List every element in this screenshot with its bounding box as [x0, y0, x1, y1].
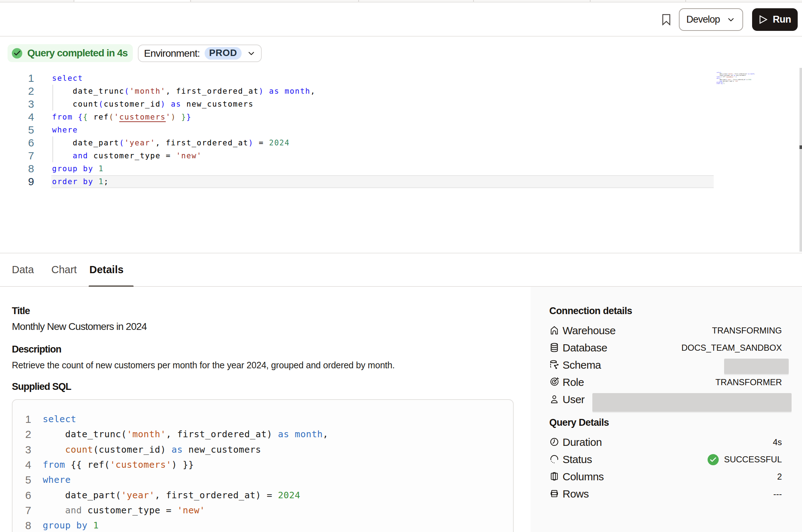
- detail-value: 2: [777, 468, 782, 485]
- code-line: from {{ ref('customers') }}: [43, 457, 194, 472]
- detail-row: User: [549, 391, 802, 408]
- status-icon: [549, 454, 560, 465]
- run-button-label: Run: [773, 14, 791, 25]
- code-line: date_part('year', first_ordered_at) = 20…: [43, 488, 300, 503]
- sql-line: 7 and customer_type = 'new': [13, 503, 512, 518]
- editor-line[interactable]: 1select: [0, 72, 802, 85]
- code-line: date_trunc('month', first_ordered_at) as…: [52, 85, 316, 98]
- editor-scrollbar-thumb[interactable]: [799, 145, 802, 149]
- code-line: where: [52, 123, 78, 136]
- editor-line[interactable]: 2 date_trunc('month', first_ordered_at) …: [0, 85, 802, 98]
- line-number: 8: [13, 518, 31, 532]
- tab-chart[interactable]: Chart: [51, 253, 77, 286]
- query-details-heading: Query Details: [549, 417, 609, 428]
- line-number: 3: [0, 98, 34, 111]
- detail-value: DOCS_TEAM_SANDBOX: [681, 339, 782, 356]
- bookmark-icon: [662, 14, 671, 25]
- editor-line[interactable]: 3 count(customer_id) as new_customers: [0, 98, 802, 111]
- detail-row: Columns2: [549, 468, 802, 485]
- sql-code-editor[interactable]: 1select2 date_trunc('month', first_order…: [0, 72, 802, 253]
- run-button[interactable]: Run: [752, 8, 798, 31]
- editor-line[interactable]: 6 date_part('year', first_ordered_at) = …: [0, 136, 802, 149]
- detail-row: Rows---: [549, 485, 802, 503]
- environment-selector[interactable]: Environment: PROD: [138, 45, 262, 62]
- editor-line[interactable]: 5where: [0, 123, 802, 136]
- database-icon: [549, 342, 560, 353]
- detail-label: Columns: [563, 468, 604, 485]
- sql-line: 3 count(customer_id) as new_customers: [13, 442, 512, 457]
- description-heading: Description: [12, 344, 61, 355]
- code-line: group by 1: [52, 162, 104, 175]
- detail-value: TRANSFORMING: [712, 322, 782, 339]
- supplied-sql-heading: Supplied SQL: [12, 381, 71, 392]
- query-status-row: Query completed in 4s Environment: PROD: [0, 37, 802, 72]
- detail-row: WarehouseTRANSFORMING: [549, 322, 802, 339]
- redacted-value: [592, 393, 792, 412]
- code-line: select: [52, 72, 83, 85]
- line-number: 6: [0, 136, 34, 149]
- develop-dropdown-button[interactable]: Develop: [679, 8, 743, 31]
- detail-row: RoleTRANSFORMER: [549, 374, 802, 391]
- details-right-panel: Connection details WarehouseTRANSFORMING…: [531, 287, 802, 532]
- code-line: from {{ ref('customers') }}: [52, 111, 192, 123]
- line-number: 5: [13, 472, 31, 487]
- line-number: 2: [13, 427, 31, 442]
- editor-minimap[interactable]: select date_trunc('month', first_ordered…: [717, 72, 753, 84]
- duration-icon: [549, 437, 560, 448]
- check-circle-icon: [12, 48, 22, 59]
- columns-icon: [549, 471, 560, 482]
- line-number: 3: [13, 442, 31, 457]
- title-value: Monthly New Customers in 2024: [12, 321, 147, 332]
- environment-label: Environment:: [144, 48, 200, 59]
- editor-line[interactable]: 8group by 1: [0, 162, 802, 175]
- editor-scrollbar[interactable]: [799, 68, 802, 252]
- query-status-text: Query completed in 4s: [27, 47, 127, 59]
- query-status-pill: Query completed in 4s: [8, 44, 133, 62]
- tab-separator: [590, 0, 591, 2]
- code-line: date_part('year', first_ordered_at) = 20…: [52, 136, 290, 149]
- sql-line: 2 date_trunc('month', first_ordered_at) …: [13, 427, 512, 442]
- user-icon: [549, 394, 560, 405]
- sql-line: 1select: [13, 412, 512, 427]
- code-line: group by 1: [43, 518, 99, 532]
- tab-separator: [358, 0, 359, 2]
- line-number: 2: [0, 85, 34, 98]
- editor-line[interactable]: 9order by 1;: [0, 175, 802, 188]
- open-file-tab-strip[interactable]: [0, 0, 802, 3]
- indent-guide: [52, 136, 53, 162]
- status-value: SUCCESSFUL: [708, 451, 782, 468]
- bookmark-button[interactable]: [656, 8, 677, 31]
- sql-line: 8group by 1: [13, 518, 512, 532]
- tab-data[interactable]: Data: [12, 253, 34, 286]
- chevron-down-icon: [726, 15, 736, 24]
- line-number: 5: [0, 123, 34, 136]
- active-file-tab[interactable]: [74, 0, 190, 2]
- detail-row: Duration4s: [549, 434, 802, 451]
- indent-guide: [52, 85, 53, 111]
- detail-row: Schema: [549, 356, 802, 374]
- line-number: 8: [0, 162, 34, 175]
- description-value: Retrieve the count of new customers per …: [12, 360, 395, 370]
- detail-value: ---: [773, 485, 782, 503]
- success-check-icon: [708, 454, 719, 465]
- details-panel: Title Monthly New Customers in 2024 Desc…: [0, 287, 802, 532]
- line-number: 6: [13, 488, 31, 503]
- editor-line[interactable]: 4from {{ ref('customers') }}: [0, 111, 802, 123]
- detail-row: DatabaseDOCS_TEAM_SANDBOX: [549, 339, 802, 356]
- results-tab-bar: DataChartDetails: [0, 253, 802, 287]
- sql-line: 6 date_part('year', first_ordered_at) = …: [13, 488, 512, 503]
- detail-value: 4s: [773, 434, 782, 451]
- schema-icon: [549, 360, 560, 370]
- detail-label: Warehouse: [563, 322, 616, 339]
- line-number: 1: [13, 412, 31, 427]
- chevron-down-icon: [247, 49, 256, 58]
- role-icon: [549, 377, 560, 388]
- rows-icon: [549, 489, 560, 499]
- code-line: and customer_type = 'new': [43, 503, 205, 518]
- editor-line[interactable]: 7 and customer_type = 'new': [0, 149, 802, 162]
- code-line: date_trunc('month', first_ordered_at) as…: [43, 427, 328, 442]
- line-number: 7: [13, 503, 31, 518]
- tab-details[interactable]: Details: [89, 253, 123, 286]
- code-line: and customer_type = 'new': [52, 149, 202, 162]
- line-number: 1: [0, 72, 34, 85]
